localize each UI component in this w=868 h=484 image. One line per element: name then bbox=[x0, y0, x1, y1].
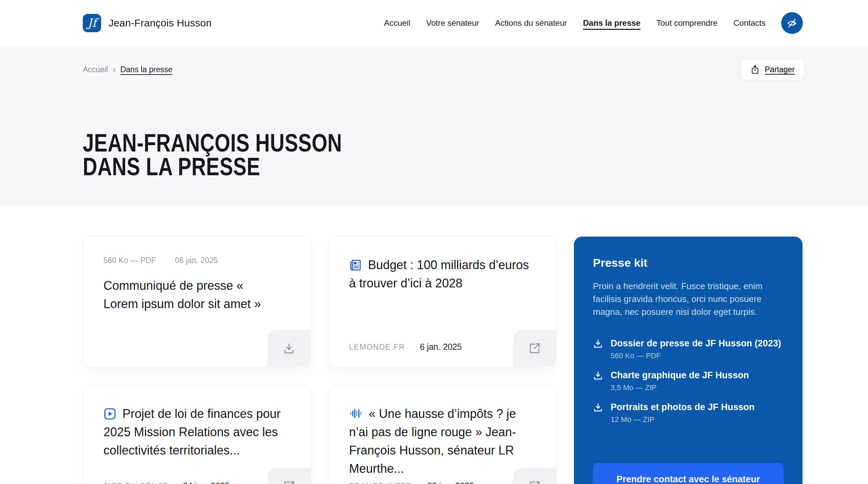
card-title: Budget : 100 milliards d’euros à trouver… bbox=[349, 256, 534, 293]
card-source: SITE DU SÉNAT bbox=[103, 482, 168, 484]
brand-home-link[interactable]: Jf Jean-François Husson bbox=[83, 14, 212, 32]
press-list: 560 Ko — PDF 06 jan. 2025 Communiqué de … bbox=[0, 205, 868, 484]
file-date: 06 jan. 2025 bbox=[175, 256, 218, 265]
open-link-action[interactable] bbox=[513, 468, 556, 484]
card-footer: LEMONDE.FR 6 jan. 2025 bbox=[349, 342, 462, 352]
open-link-action[interactable] bbox=[267, 468, 311, 484]
waveform-icon bbox=[349, 407, 363, 420]
kit-item-label: Dossier de presse de JF Husson (2023) bbox=[611, 338, 781, 349]
site-header: Jf Jean-François Husson Accueil Votre sé… bbox=[0, 0, 868, 46]
card-footer: SITE DU SÉNAT 04 jan. 2025 bbox=[103, 481, 230, 484]
card-title: Communiqué de presse « Lorem ipsum dolor… bbox=[103, 277, 270, 313]
open-link-action[interactable] bbox=[513, 330, 556, 367]
kit-download-charte[interactable]: Charte graphique de JF Husson 3,5 Mo — Z… bbox=[593, 370, 784, 392]
main-nav: Accueil Votre sénateur Actions du sénate… bbox=[384, 12, 803, 34]
press-kit-panel: Presse kit Proin a hendrerit velit. Fusc… bbox=[574, 237, 803, 484]
card-source: LEMONDE.FR bbox=[349, 343, 405, 352]
nav-item-accueil[interactable]: Accueil bbox=[384, 18, 410, 28]
card-date: 6 jan. 2025 bbox=[420, 342, 462, 352]
press-kit-downloads: Dossier de presse de JF Husson (2023) 56… bbox=[593, 338, 784, 424]
card-date: 02 jan. 2025 bbox=[427, 481, 474, 484]
press-card-communique-pdf[interactable]: 560 Ko — PDF 06 jan. 2025 Communiqué de … bbox=[83, 237, 311, 367]
external-link-icon bbox=[528, 342, 541, 355]
kit-item-meta: 12 Mo — ZIP bbox=[611, 415, 755, 424]
contact-senator-button[interactable]: Prendre contact avec le sénateur bbox=[593, 463, 784, 484]
page-title: JEAN-FRANÇOIS HUSSON DANS LA PRESSE bbox=[83, 131, 804, 179]
share-icon bbox=[750, 64, 760, 75]
press-kit-description: Proin a hendrerit velit. Fusce tristique… bbox=[593, 280, 778, 318]
nav-item-contacts[interactable]: Contacts bbox=[733, 18, 766, 28]
breadcrumb-separator: › bbox=[113, 64, 116, 75]
download-icon bbox=[593, 370, 603, 392]
nav-item-tout-comprendre[interactable]: Tout comprendre bbox=[656, 18, 717, 28]
press-card-france-inter[interactable]: « Une hausse d’impôts ? je n’ai pas de l… bbox=[328, 385, 556, 484]
kit-download-portraits[interactable]: Portraits et photos de JF Husson 12 Mo —… bbox=[593, 402, 784, 424]
external-link-icon bbox=[282, 480, 296, 484]
file-meta: 560 Ko — PDF 06 jan. 2025 bbox=[103, 256, 290, 265]
breadcrumb-accueil[interactable]: Accueil bbox=[83, 65, 108, 74]
brand-name: Jean-François Husson bbox=[109, 17, 212, 29]
file-size: 560 Ko — PDF bbox=[103, 256, 156, 265]
card-title: « Une hausse d’impôts ? je n’ai pas de l… bbox=[349, 405, 534, 478]
download-icon bbox=[593, 402, 603, 424]
eye-off-icon bbox=[786, 17, 798, 29]
play-icon bbox=[103, 407, 116, 420]
hero-section: Accueil › Dans la presse Partager JEAN-F… bbox=[0, 46, 868, 205]
newspaper-icon bbox=[349, 259, 362, 271]
card-source: FRANCE INTER bbox=[349, 482, 412, 484]
nav-item-dans-la-presse[interactable]: Dans la presse bbox=[583, 18, 640, 28]
kit-item-meta: 3,5 Mo — ZIP bbox=[611, 383, 749, 392]
press-column-2: Budget : 100 milliards d’euros à trouver… bbox=[328, 237, 556, 484]
breadcrumb-dans-la-presse[interactable]: Dans la presse bbox=[120, 65, 172, 74]
accessibility-toggle-button[interactable] bbox=[781, 12, 803, 34]
download-icon bbox=[593, 339, 603, 360]
nav-item-votre-senateur[interactable]: Votre sénateur bbox=[426, 18, 479, 28]
breadcrumb: Accueil › Dans la presse bbox=[83, 64, 172, 75]
press-kit-title: Presse kit bbox=[593, 256, 784, 269]
kit-download-dossier[interactable]: Dossier de presse de JF Husson (2023) 56… bbox=[593, 338, 784, 360]
press-card-video-senat[interactable]: Projet de loi de finances pour 2025 Miss… bbox=[83, 385, 311, 484]
card-title: Projet de loi de finances pour 2025 Miss… bbox=[103, 405, 288, 460]
download-icon bbox=[283, 342, 295, 355]
share-button[interactable]: Partager bbox=[741, 59, 804, 80]
external-link-icon bbox=[528, 480, 541, 484]
jf-husson-logo: Jf bbox=[83, 14, 101, 32]
nav-item-actions-du-senateur[interactable]: Actions du sénateur bbox=[495, 18, 567, 28]
card-date: 04 jan. 2025 bbox=[183, 481, 230, 484]
kit-item-label: Charte graphique de JF Husson bbox=[611, 370, 749, 381]
press-card-lemonde[interactable]: Budget : 100 milliards d’euros à trouver… bbox=[328, 237, 556, 367]
card-footer: FRANCE INTER 02 jan. 2025 bbox=[349, 481, 474, 484]
press-column-1: 560 Ko — PDF 06 jan. 2025 Communiqué de … bbox=[83, 237, 311, 484]
kit-item-label: Portraits et photos de JF Husson bbox=[611, 402, 755, 412]
kit-item-meta: 560 Ko — PDF bbox=[611, 351, 781, 360]
download-action[interactable] bbox=[267, 330, 311, 367]
share-label: Partager bbox=[765, 65, 795, 74]
